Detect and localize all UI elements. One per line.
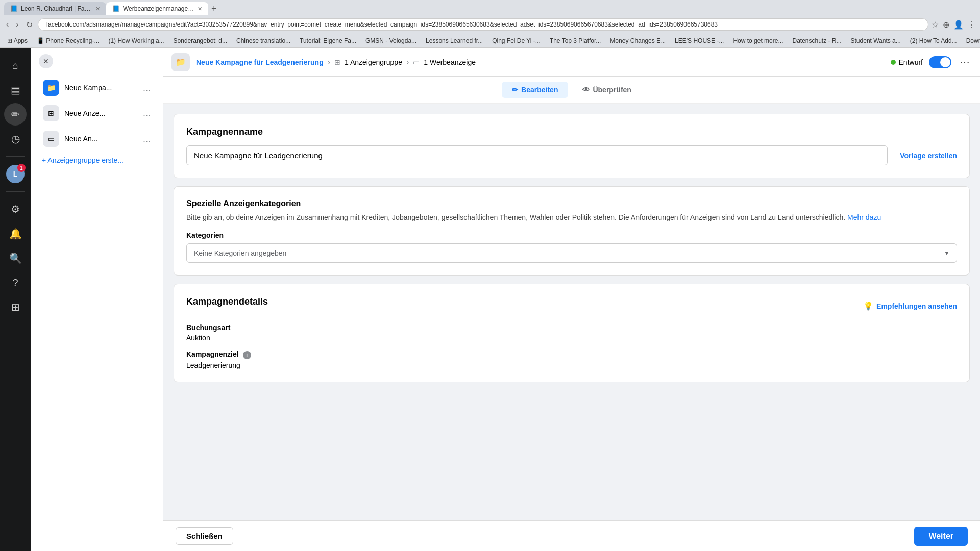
bookmark-13[interactable]: Datenschutz - R... — [789, 36, 844, 45]
bookmark-12[interactable]: How to get more... — [730, 36, 786, 45]
bookmark-7[interactable]: Lessons Learned fr... — [423, 36, 486, 45]
campaign-more-button[interactable]: ... — [143, 83, 151, 93]
tab-ueberpruefen[interactable]: 👁 Überprüfen — [572, 82, 641, 98]
sidebar-icon-search[interactable]: 🔍 — [4, 247, 27, 269]
kampagnenname-input-row: Vorlage erstellen — [186, 145, 957, 165]
sidebar-icon-help[interactable]: ? — [4, 271, 27, 294]
nav-close-button[interactable]: ✕ — [39, 54, 53, 68]
mehr-dazu-link[interactable]: Mehr dazu — [847, 213, 881, 221]
adset-more-button[interactable]: ... — [143, 108, 151, 119]
add-adgroup-button[interactable]: + Anzeigengruppe erste... — [31, 152, 163, 168]
nav-item-adset[interactable]: ⊞ Neue Anze... ... — [35, 101, 159, 126]
bookmark-2[interactable]: (1) How Working a... — [105, 36, 167, 45]
browser-tabs: 📘 Leon R. Chaudhari | Facebook ✕ 📘 Werbe… — [4, 0, 976, 15]
tab-facebook[interactable]: 📘 Leon R. Chaudhari | Facebook ✕ — [4, 2, 106, 15]
buchungsart-value: Auktion — [186, 334, 957, 342]
eye-tab-icon: 👁 — [582, 86, 590, 94]
sidebar-icons: ⌂ ▤ ✏ ◷ L 1 ⚙ 🔔 🔍 ? ⊞ — [0, 48, 31, 551]
bookmark-6[interactable]: GMSN - Vologda... — [362, 36, 420, 45]
breadcrumb-adset-icon: ⊞ — [334, 58, 340, 66]
sidebar-icon-table[interactable]: ⊞ — [4, 296, 27, 318]
search-icon: 🔍 — [9, 252, 22, 264]
browser-toolbar-icons: ☆ ⊕ 👤 ⋮ — [932, 20, 976, 30]
bookmark-9[interactable]: The Top 3 Platfor... — [547, 36, 604, 45]
table-icon: ⊞ — [11, 301, 20, 313]
bookmark-5[interactable]: Tutorial: Eigene Fa... — [297, 36, 359, 45]
tab-ads-manager[interactable]: 📘 Werbeanzeigenmanager - W... ✕ — [106, 2, 208, 15]
bookmarks-bar: ⊞ Apps 📱 Phone Recycling-... (1) How Wor… — [0, 34, 980, 48]
tab-close-facebook[interactable]: ✕ — [95, 6, 100, 12]
kampagnendetails-header: Kampagnendetails 💡 Empfehlungen ansehen — [186, 296, 957, 315]
campaign-nav-label: Neue Kampa... — [64, 84, 143, 92]
ad-more-button[interactable]: ... — [143, 134, 151, 144]
breadcrumb-sep-2: › — [406, 58, 409, 67]
bookmark-15[interactable]: (2) How To Add... — [907, 36, 960, 45]
kategorien-dropdown[interactable]: Keine Kategorien angegeben — [186, 243, 957, 263]
empfehlungen-label: Empfehlungen ansehen — [876, 302, 957, 310]
extensions-icon[interactable]: ⊕ — [943, 20, 949, 30]
bookmark-3[interactable]: Sonderangebot: d... — [170, 36, 230, 45]
refresh-button[interactable]: ↻ — [24, 18, 35, 32]
status-toggle[interactable] — [929, 56, 951, 68]
back-button[interactable]: ‹ — [4, 18, 11, 31]
pencil-tab-icon: ✏ — [512, 86, 518, 94]
bookmark-14[interactable]: Student Wants a... — [848, 36, 904, 45]
adset-nav-label: Neue Anze... — [64, 109, 143, 117]
breadcrumb-ad[interactable]: 1 Werbeanzeige — [424, 58, 476, 66]
sidebar-icon-avatar[interactable]: L 1 — [4, 163, 27, 185]
address-bar-input[interactable] — [38, 18, 928, 31]
sidebar-icon-home[interactable]: ⌂ — [4, 54, 27, 77]
empfehlungen-button[interactable]: 💡 Empfehlungen ansehen — [863, 301, 957, 311]
sidebar-icon-chart[interactable]: ▤ — [4, 79, 27, 101]
bookmark-16[interactable]: Download - Cooki... — [963, 36, 980, 45]
kampagnenziel-info-icon[interactable]: i — [243, 351, 251, 359]
kategorien-dropdown-wrapper: Keine Kategorien angegeben — [186, 243, 957, 263]
breadcrumb-sep-1: › — [328, 58, 330, 67]
bookmark-1[interactable]: 📱 Phone Recycling-... — [34, 36, 102, 45]
campaign-folder-icon: 📁 — [43, 80, 59, 96]
settings-icon: ⚙ — [11, 203, 20, 215]
help-icon: ? — [12, 277, 18, 289]
new-tab-button[interactable]: + — [208, 3, 220, 15]
breadcrumb-adset[interactable]: 1 Anzeigengruppe — [345, 58, 402, 66]
folder-icon: 📁 — [47, 84, 56, 92]
sidebar-icon-bell[interactable]: 🔔 — [4, 222, 27, 245]
home-icon: ⌂ — [12, 60, 18, 71]
sidebar-icon-history[interactable]: ◷ — [4, 128, 27, 150]
bookmark-apps[interactable]: ⊞ Apps — [4, 36, 31, 45]
top-bar: 📁 Neue Kampagne für Leadgenerierung › ⊞ … — [163, 48, 980, 77]
schliessen-button[interactable]: Schließen — [176, 527, 233, 545]
breadcrumb-ad-icon: ▭ — [413, 58, 420, 66]
nav-item-ad[interactable]: ▭ Neue An... ... — [35, 127, 159, 151]
folder-topbar-icon: 📁 — [176, 57, 186, 67]
bell-icon: 🔔 — [9, 228, 22, 240]
sidebar-icon-settings[interactable]: ⚙ — [4, 198, 27, 220]
content-area: 📁 Neue Kampagne für Leadgenerierung › ⊞ … — [163, 48, 980, 551]
profile-icon[interactable]: 👤 — [953, 20, 964, 30]
main-content: Kampagnenname Vorlage erstellen Speziell… — [163, 104, 980, 520]
star-icon[interactable]: ☆ — [932, 20, 939, 30]
address-bar-row: ‹ › ↻ ☆ ⊕ 👤 ⋮ — [0, 15, 980, 34]
bottom-bar: Schließen Weiter — [163, 520, 980, 551]
menu-icon[interactable]: ⋮ — [968, 20, 976, 30]
adset-symbol-icon: ⊞ — [48, 109, 54, 117]
tab-close-adsmanager[interactable]: ✕ — [198, 6, 202, 12]
bookmark-10[interactable]: Money Changes E... — [607, 36, 669, 45]
add-adgroup-label: + Anzeigengruppe erste... — [42, 156, 124, 164]
buchungsart-label: Buchungsart — [186, 323, 957, 332]
ad-nav-label: Neue An... — [64, 135, 143, 143]
nav-item-campaign[interactable]: 📁 Neue Kampa... ... — [35, 76, 159, 100]
bookmark-4[interactable]: Chinese translatio... — [233, 36, 293, 45]
bookmark-11[interactable]: LEE'S HOUSE -... — [672, 36, 727, 45]
nav-panel-header: ✕ — [31, 48, 163, 74]
vorlage-erstellen-link[interactable]: Vorlage erstellen — [900, 152, 957, 160]
more-options-button[interactable]: ⋯ — [958, 54, 972, 70]
weiter-button[interactable]: Weiter — [914, 527, 968, 546]
forward-button[interactable]: › — [14, 18, 20, 31]
card-kampagnenname: Kampagnenname Vorlage erstellen — [174, 114, 970, 178]
campaign-name-input[interactable] — [186, 145, 888, 165]
bookmark-8[interactable]: Qing Fei De Yi -... — [489, 36, 544, 45]
breadcrumb-campaign[interactable]: Neue Kampagne für Leadgenerierung — [196, 58, 324, 66]
tab-bearbeiten[interactable]: ✏ Bearbeiten — [502, 82, 568, 98]
sidebar-icon-edit[interactable]: ✏ — [4, 103, 27, 126]
